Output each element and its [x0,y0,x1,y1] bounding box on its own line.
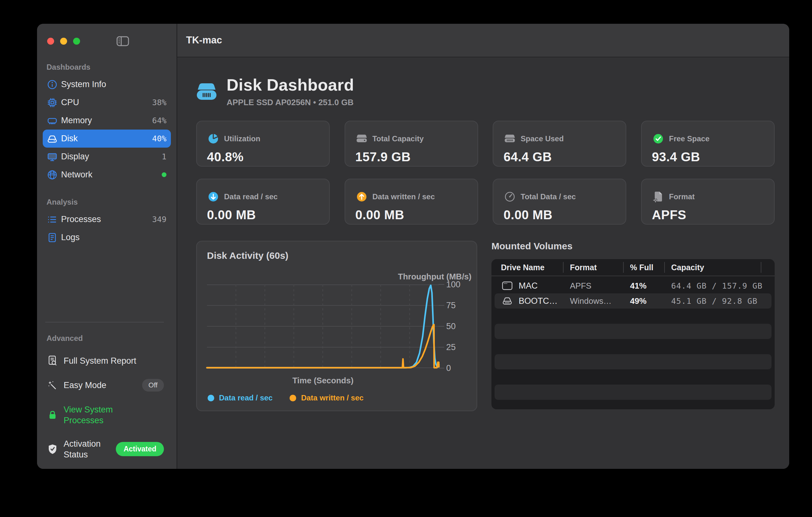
window-title: TK-mac [186,34,222,46]
report-document-icon [47,355,59,366]
arrow-up-circle-icon [355,191,368,203]
volume-format: APFS [570,281,630,291]
cpu-chip-icon [45,97,59,108]
display-icon [45,151,59,163]
pie-chart-icon [207,133,220,145]
advanced-item-label: View System Processes [64,404,140,426]
volume-percent-full: 41% [630,281,671,291]
window-controls [37,37,177,45]
column-header: % Full [630,262,665,273]
legend-label-read: Data read / sec [219,393,272,402]
stat-card-space-used: Space Used 64.4 GB [493,121,626,167]
volume-percent-full: 49% [630,296,671,306]
file-gear-icon [652,191,665,203]
column-header: Drive Name [501,262,563,273]
stat-value: 0.00 MB [355,208,467,222]
stat-label: Total Capacity [373,134,424,143]
full-system-report-button[interactable]: Full System Report [47,355,164,366]
toggle-sidebar-icon[interactable] [116,36,129,46]
advanced-item-label: Activation Status [64,438,116,460]
stat-label: Total Data / sec [521,192,576,201]
sidebar-item-badge: 38% [152,98,167,107]
sidebar-item-memory[interactable]: Memory 64% [43,111,171,130]
column-header: Format [570,262,624,273]
activation-status-row[interactable]: Activation Status Activated [47,438,164,460]
zoom-window-button[interactable] [73,38,80,45]
sidebar-item-network[interactable]: Network [43,166,171,184]
legend-item-written: Data written / sec [290,393,363,402]
check-circle-icon [652,133,665,145]
page-header: Disk Dashboard APPLE SSD AP0256N • 251.0… [196,75,775,107]
legend-dot-read [208,395,214,401]
volumes-table: Drive Name Format % Full Capacity [491,259,775,409]
disk-activity-chart: Disk Activity (60s) Throughput (MB/s) [196,241,477,411]
disk-icon [45,133,59,144]
page-subtitle: APPLE SSD AP0256N • 251.0 GB [227,98,354,107]
stat-label: Format [669,192,695,201]
lock-icon [47,410,59,420]
y-tick: 25 [446,343,475,352]
sidebar-item-badge: 349 [152,215,167,224]
minimize-window-button[interactable] [60,38,67,45]
stat-value: 0.00 MB [207,208,319,222]
page-title: Disk Dashboard [227,75,354,94]
globe-icon [45,169,59,181]
stat-value: APFS [652,208,764,222]
arrow-down-circle-icon [207,191,220,203]
chart-x-axis-label: Time (Seconds) [207,376,439,385]
close-window-button[interactable] [47,38,54,45]
stat-value: 0.00 MB [503,208,615,222]
stat-card-free-space: Free Space 93.4 GB [641,121,775,167]
section-label-advanced: Advanced [47,334,164,343]
stat-label: Data read / sec [224,192,278,201]
view-system-processes-button[interactable]: View System Processes [47,404,164,426]
stat-value: 93.4 GB [652,150,764,164]
external-drive-icon [501,296,514,306]
stat-card-total-capacity: Total Capacity 157.9 GB [345,121,478,167]
stat-value: 64.4 GB [503,150,615,164]
stat-value: 157.9 GB [355,150,467,164]
sidebar-item-system-info[interactable]: System Info [43,75,171,93]
disk-drive-icon [196,82,217,101]
wand-icon [47,380,59,390]
sidebar-item-processes[interactable]: Processes 349 [43,210,171,228]
chart-plot-area [207,284,439,368]
volume-name: MAC [519,281,538,291]
stat-card-utilization: Utilization 40.8% [196,121,330,167]
drive-used-icon [503,133,516,145]
stat-label: Free Space [669,134,709,143]
legend-label-written: Data written / sec [301,393,363,402]
easy-mode-state-pill: Off [142,379,164,391]
sidebar-item-label: System Info [61,80,167,89]
stat-value: 40.8% [207,150,319,164]
sidebar-item-cpu[interactable]: CPU 38% [43,93,171,111]
volume-row-mac[interactable]: MAC APFS 41% 64.4 GB / 157.9 GB [495,278,772,293]
easy-mode-toggle[interactable]: Easy Mode Off [47,379,164,391]
volume-row-bootcamp[interactable]: BOOTC… Windows… 49% 45.1 GB / 92.8 GB [495,293,772,308]
stat-label: Utilization [224,134,260,143]
sidebar-item-display[interactable]: Display 1 [43,147,171,166]
legend-dot-written [290,395,296,401]
sidebar-item-badge: 64% [152,116,167,125]
advanced-item-label: Easy Mode [64,380,142,390]
volume-row-empty [495,385,772,400]
y-tick: 50 [446,322,475,331]
volume-row-empty [495,324,772,339]
sidebar-item-label: Display [61,152,162,162]
stat-card-format: Format APFS [641,179,775,225]
mac-window-icon [501,281,514,291]
mounted-volumes: Mounted Volumes Drive Name Format % Full… [491,241,775,411]
sidebar-item-label: Network [61,170,162,180]
sidebar-item-logs[interactable]: Logs [43,228,171,246]
sidebar-item-label: Logs [61,233,167,242]
gauge-icon [503,191,516,203]
activation-status-pill: Activated [116,442,164,456]
sidebar-item-disk[interactable]: Disk 40% [43,130,171,147]
y-tick: 0 [446,363,475,373]
list-icon [45,214,59,225]
volumes-table-header: Drive Name Format % Full Capacity [491,259,775,276]
stat-card-data-read: Data read / sec 0.00 MB [196,179,330,225]
titlebar: TK-mac [177,24,789,57]
volume-name: BOOTC… [519,296,558,306]
log-document-icon [45,232,59,243]
